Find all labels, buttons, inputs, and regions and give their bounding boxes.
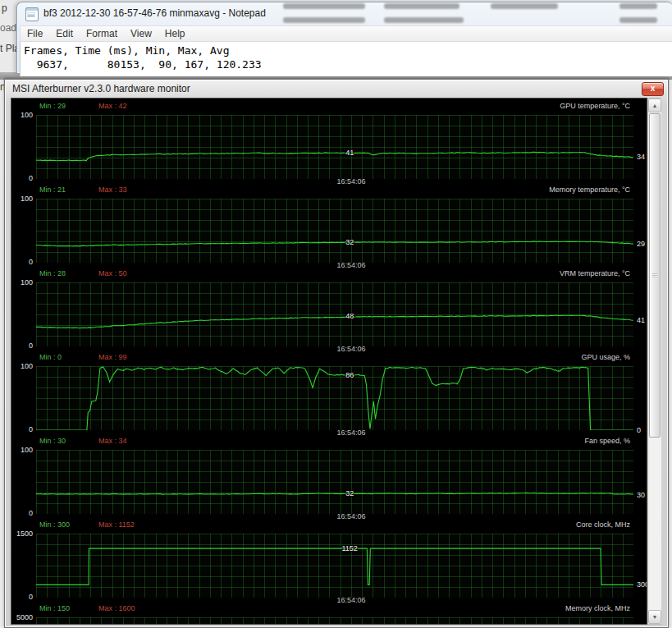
min-value-label: Min : 28	[39, 269, 66, 277]
afterburner-titlebar[interactable]: MSI Afterburner v2.3.0 hardware monitor …	[5, 80, 668, 98]
monitor-panel-core-clock: Min : 300Max : 1152Core clock, MHz150001…	[11, 519, 647, 603]
notepad-line-2: 9637, 80153, 90, 167, 120.233	[24, 58, 262, 71]
y-axis-min-label: 0	[11, 425, 33, 433]
notepad-window-title: bf3 2012-12-30 16-57-46-76 minmaxavg - N…	[43, 7, 266, 19]
graph-line-gpu-usage	[36, 366, 633, 430]
notepad-line-1: Frames, Time (ms), Min, Max, Avg	[24, 44, 229, 57]
min-value-label: Min : 29	[39, 102, 66, 110]
menu-help[interactable]: Help	[158, 28, 192, 39]
scroll-down-button[interactable]: ▼	[648, 610, 661, 624]
notepad-text-area[interactable]: Frames, Time (ms), Min, Max, Avg 9637, 8…	[20, 42, 672, 76]
scrollbar-grip-icon	[652, 273, 657, 278]
panel-title: GPU temperature, °C	[560, 102, 630, 110]
background-window-blurred-text	[384, 3, 459, 9]
y-axis-min-label: 0	[11, 593, 33, 601]
y-axis-min-label: 0	[11, 174, 33, 182]
min-value-label: Min : 30	[39, 437, 66, 445]
chevron-up-icon: ▲	[652, 103, 658, 108]
current-value-label: 1152	[342, 544, 358, 552]
max-value-label: Max : 50	[98, 269, 127, 277]
graph-line-fan-speed	[36, 450, 633, 514]
y-axis-max-label: 100	[11, 111, 33, 119]
background-text-fragment: p	[2, 2, 7, 14]
plot-area: 48	[36, 282, 633, 346]
y-axis-min-label: 0	[11, 258, 33, 266]
min-value-label: Min : 21	[39, 186, 66, 194]
y-axis-max-label: 100	[11, 195, 33, 203]
scroll-up-button[interactable]: ▲	[648, 99, 661, 112]
menu-file[interactable]: File	[21, 28, 49, 39]
max-value-label: Max : 1152	[98, 520, 135, 529]
background-window-blurred-text	[283, 17, 365, 23]
plot-area: 41	[36, 115, 633, 179]
y-axis-max-label: 5000	[11, 613, 33, 621]
y-axis-max-label: 100	[11, 446, 33, 454]
panel-title: VRM temperature, °C	[560, 269, 630, 277]
min-value-label: Min : 300	[39, 520, 70, 529]
max-value-label: Max : 34	[98, 437, 127, 445]
panel-title: Memory clock, MHz	[565, 604, 630, 612]
plot-area: 32	[36, 450, 633, 514]
graph-line-memory-temperature	[36, 199, 633, 263]
latest-value-label: 30	[637, 491, 645, 499]
current-value-label: 32	[345, 238, 354, 246]
y-axis-min-label: 0	[11, 509, 33, 517]
background-window-blurred-text	[384, 17, 464, 23]
close-icon: x	[651, 84, 656, 93]
y-axis-min-label: 0	[11, 342, 33, 350]
plot-area: 86	[36, 366, 633, 430]
max-value-label: Max : 33	[98, 186, 127, 194]
current-value-label: 48	[345, 312, 354, 320]
current-value-label: 86	[345, 371, 354, 379]
panel-title: Core clock, MHz	[576, 520, 630, 529]
background-text-fragment: oad	[0, 22, 16, 34]
plot-area	[36, 617, 633, 625]
monitor-panel-memory-temperature: Min : 21Max : 33Memory temperature, °C10…	[11, 184, 647, 268]
notepad-menubar: File Edit Format View Help	[20, 25, 672, 42]
notepad-window: bf3 2012-12-30 16-57-46-76 minmaxavg - N…	[16, 2, 672, 73]
max-value-label: Max : 42	[98, 102, 127, 110]
close-button[interactable]: x	[642, 82, 664, 96]
monitor-panel-vrm-temperature: Min : 28Max : 50VRM temperature, °C10004…	[11, 268, 647, 351]
max-value-label: Max : 99	[98, 353, 127, 361]
monitor-panels: Min : 29Max : 42GPU temperature, °C10004…	[11, 100, 647, 625]
monitor-panel-gpu-usage: Min : 0Max : 99GPU usage, %100086016:54:…	[11, 351, 647, 435]
current-value-label: 41	[345, 149, 354, 157]
monitor-panel-gpu-temperature: Min : 29Max : 42GPU temperature, °C10004…	[11, 100, 647, 184]
menu-view[interactable]: View	[124, 28, 158, 39]
vertical-scrollbar[interactable]: ▲ ▼	[647, 98, 661, 625]
chevron-down-icon: ▼	[652, 614, 658, 620]
graph-line-vrm-temperature	[36, 282, 633, 346]
plot-area: 1152	[36, 534, 633, 598]
monitor-panel-memory-clock: Min : 150Max : 1600Memory clock, MHz5000	[11, 603, 647, 625]
background-window-blurred-text	[619, 3, 657, 9]
latest-value-label: 0	[637, 426, 641, 434]
y-axis-max-label: 1500	[11, 529, 33, 538]
monitor-panel-fan-speed: Min : 30Max : 34Fan speed, %1000323016:5…	[11, 435, 647, 519]
min-value-label: Min : 150	[39, 604, 70, 612]
latest-value-label: 41	[637, 316, 645, 324]
latest-value-label: 34	[637, 153, 645, 161]
background-window-blurred-text	[491, 3, 558, 9]
min-value-label: Min : 0	[39, 353, 62, 361]
latest-value-label: 29	[637, 240, 645, 248]
graph-line-gpu-temperature	[36, 115, 633, 179]
y-axis-max-label: 100	[11, 362, 33, 370]
afterburner-window: MSI Afterburner v2.3.0 hardware monitor …	[4, 79, 669, 628]
latest-value-label: 300	[637, 580, 647, 589]
max-value-label: Max : 1600	[98, 604, 135, 612]
menu-format[interactable]: Format	[80, 28, 124, 39]
background-window-blurred-text	[619, 17, 657, 23]
menu-edit[interactable]: Edit	[49, 28, 80, 39]
scrollbar-thumb[interactable]	[649, 113, 661, 438]
panel-title: Fan speed, %	[584, 437, 630, 445]
graph-line-core-clock	[36, 534, 633, 598]
panel-title: GPU usage, %	[581, 353, 630, 361]
y-axis-max-label: 100	[11, 278, 33, 286]
current-value-label: 32	[345, 489, 354, 497]
plot-area: 32	[36, 199, 633, 263]
monitor-client-area: Min : 29Max : 42GPU temperature, °C10004…	[11, 98, 647, 625]
panel-title: Memory temperature, °C	[549, 186, 630, 194]
afterburner-window-title: MSI Afterburner v2.3.0 hardware monitor	[12, 83, 190, 94]
notepad-icon	[25, 7, 39, 21]
